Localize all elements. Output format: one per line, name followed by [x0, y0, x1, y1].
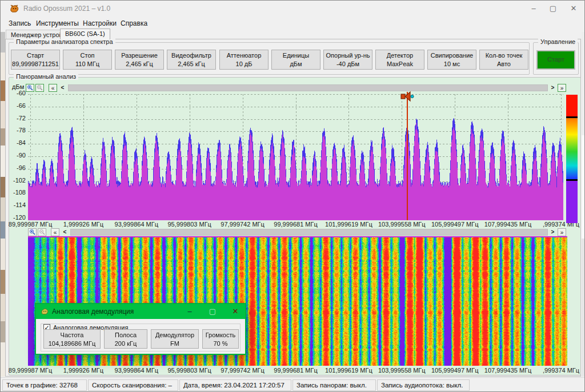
param-units-button[interactable]: ЕдиницыдБм: [271, 50, 320, 70]
status-points: Точек в графике: 32768: [2, 379, 87, 391]
demod-bandwidth-button[interactable]: Полоса200 кГц: [104, 329, 147, 349]
window-title: Radio Opossum 2021 – v1.0: [23, 5, 110, 13]
panorama-group-title: Панорамный анализ: [14, 73, 78, 80]
y-axis-label: -114: [9, 201, 26, 208]
minimize-button[interactable]: –: [524, 1, 543, 17]
x-axis-label: 93,999864 МГц: [115, 367, 158, 374]
spectrum-scroll-far-left-button[interactable]: «: [49, 84, 57, 92]
title-bar[interactable]: Radio Opossum 2021 – v1.0 – ▢ ✕: [1, 1, 585, 17]
status-datetime: Дата, время: 23.04.2021 17:20:57: [179, 379, 291, 391]
param-attenuator-button[interactable]: Аттенюатор10 дБ: [219, 50, 269, 70]
status-panorama-recording: Запись панорам: выкл.: [292, 379, 376, 391]
zoom-in-icon: [29, 229, 35, 235]
spectrum-scrollbar[interactable]: [68, 84, 548, 91]
spectrum-scroll-right-button[interactable]: >: [548, 84, 557, 92]
menu-nastroyki[interactable]: Настройки: [81, 18, 119, 29]
x-axis-label: 89,999987 МГц: [9, 221, 52, 228]
app-icon: [10, 4, 19, 14]
demod-maximize-button[interactable]: ▢: [204, 304, 221, 319]
x-axis-label: 101,999619 МГц: [325, 221, 372, 228]
zoom-out-icon: [39, 229, 45, 235]
x-axis-label: 97,999742 МГц: [221, 221, 264, 228]
y-axis-label: -72: [9, 115, 26, 122]
demod-dialog-icon: [41, 308, 49, 316]
waterfall-scroll-far-right-button[interactable]: »: [558, 228, 566, 236]
x-axis-label: 95,999803 МГц: [167, 221, 211, 228]
spectrum-zoom-in-button[interactable]: [26, 84, 34, 92]
param-reflevel-button[interactable]: Опорный ур-нь-40 дБм: [323, 50, 372, 70]
y-axis-label: -108: [9, 189, 26, 196]
x-axis-label: 101,999619 МГц: [325, 367, 372, 374]
y-axis-label: -66: [9, 102, 26, 109]
spectrum-zoom-out-button[interactable]: [35, 84, 44, 92]
spectrum-scroll-left-button[interactable]: <: [58, 84, 67, 92]
desktop-sliver-left: [1, 32, 5, 377]
demod-dialog-titlebar[interactable]: Аналоговая демодуляция – ▢ ✕: [36, 304, 245, 319]
demod-minimize-button[interactable]: –: [181, 304, 198, 319]
demod-close-button[interactable]: ✕: [227, 304, 244, 319]
waterfall-scrollbar[interactable]: [70, 229, 548, 236]
x-axis-label: 1,999926 МГц: [63, 367, 103, 374]
waterfall-scroll-right-button[interactable]: >: [548, 228, 557, 236]
start-sweep-button[interactable]: Старт: [536, 50, 575, 70]
status-scan-speed: Скорость сканирования: –: [88, 379, 178, 391]
menu-instrumenty[interactable]: Инструменты: [34, 18, 81, 29]
param-rbw-button[interactable]: Разрешение2,465 кГц: [115, 50, 164, 70]
demod-dialog[interactable]: Аналоговая демодуляция – ▢ ✕ ✓ Аналогова…: [35, 303, 246, 355]
close-button[interactable]: ✕: [564, 1, 583, 17]
y-axis-label: -78: [9, 127, 26, 134]
waterfall-zoom-in-button[interactable]: [28, 228, 37, 236]
waterfall-zoom-out-button[interactable]: [38, 228, 46, 236]
zoom-out-icon: [37, 84, 43, 91]
x-axis-label: 95,999803 МГц: [167, 367, 211, 374]
x-axis-label: 103,999558 МГц: [378, 221, 426, 228]
demod-dialog-title: Аналоговая демодуляция: [52, 308, 134, 316]
demod-group: ✓ Аналоговая демодуляция Частота104,1896…: [41, 324, 241, 351]
x-axis-label: 103,999558 МГц: [378, 367, 426, 374]
y-axis-label: -96: [9, 164, 26, 171]
amplitude-colorbar[interactable]: [566, 95, 578, 223]
waterfall-scroll-left-button[interactable]: <: [61, 228, 69, 236]
param-points-button[interactable]: Кол-во точекАвто: [479, 50, 528, 70]
x-axis-label: 1,999926 МГц: [63, 221, 103, 228]
demod-frequency-button[interactable]: Частота104,189686 МГц: [43, 329, 101, 349]
status-bar: Точек в графике: 32768 Скорость сканиров…: [1, 377, 585, 392]
desktop-sliver-right: [582, 32, 585, 377]
x-axis-label: 99,999681 МГц: [274, 221, 317, 228]
status-audio-recording: Запись аудиопотока: выкл.: [377, 379, 470, 391]
zoom-in-icon: [27, 84, 33, 91]
x-axis-label: 99,999681 МГц: [274, 367, 317, 374]
demod-volume-button[interactable]: Громкость70 %: [202, 329, 239, 349]
tab-bb60c[interactable]: BB60C (SA-1): [60, 29, 110, 39]
x-axis-label: 107,999435 МГц: [484, 367, 532, 374]
x-axis-label: 107,999435 МГц: [484, 221, 532, 228]
spectrum-scroll-far-right-button[interactable]: »: [558, 84, 566, 92]
demod-mode-button[interactable]: ДемодуляторFM: [151, 329, 199, 349]
app-window: Radio Opossum 2021 – v1.0 – ▢ ✕ Запись И…: [0, 0, 585, 392]
maximize-button[interactable]: ▢: [543, 1, 563, 17]
param-detector-button[interactable]: ДетекторMaxPeak: [375, 50, 424, 70]
x-axis-label: 97,999742 МГц: [221, 367, 264, 374]
x-axis-label: 105,999497 МГц: [431, 221, 479, 228]
param-stop-button[interactable]: Стоп110 МГц: [63, 50, 112, 70]
menu-zapis[interactable]: Запись: [6, 18, 33, 29]
control-group-title: Управление: [538, 38, 578, 45]
x-axis-label: 93,999864 МГц: [115, 221, 158, 228]
spectrum-plot[interactable]: [28, 92, 563, 220]
y-axis-label: -84: [9, 139, 26, 146]
demod-marker-line[interactable]: [407, 92, 408, 220]
x-axis-label: ,999374 МГц: [543, 367, 579, 374]
param-start-button[interactable]: Старт89,99998711251: [11, 50, 60, 70]
speaker-marker-icon[interactable]: [399, 91, 415, 102]
param-vbw-button[interactable]: Видеофильтр2,465 кГц: [167, 50, 216, 70]
y-axis-label: -120: [9, 214, 26, 221]
y-axis-label: -102: [9, 177, 26, 184]
x-axis-label: 105,999497 МГц: [431, 367, 479, 374]
menu-spravka[interactable]: Справка: [118, 18, 150, 29]
y-axis-label: -60: [9, 90, 26, 96]
waterfall-scroll-far-left-button[interactable]: «: [51, 228, 59, 236]
y-axis-label: -90: [9, 152, 26, 159]
x-axis-label: 89,999987 МГц: [9, 367, 52, 374]
param-sweep-button[interactable]: Свипирование10 мс: [427, 50, 476, 70]
